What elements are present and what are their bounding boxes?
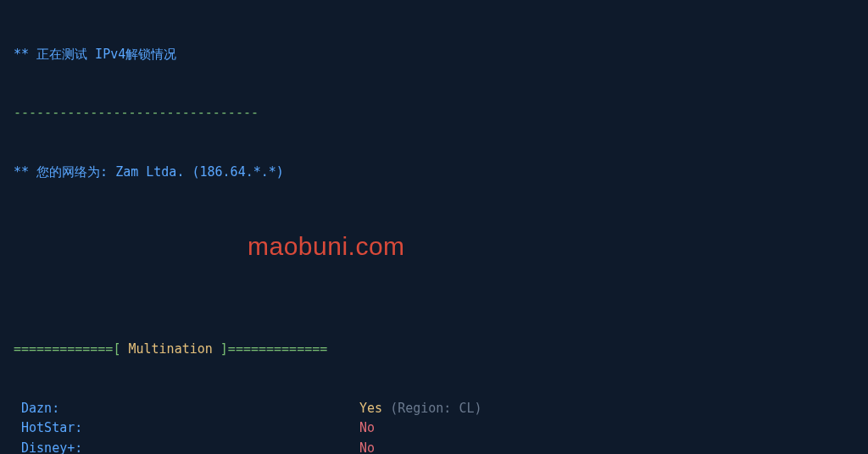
testing-header: ** 正在测试 IPv4解锁情况 — [14, 45, 854, 64]
result-row: HotStar:No — [14, 418, 854, 438]
result-value-segment: (Region: CL) — [390, 401, 481, 416]
network-line: ** 您的网络为: Zam Ltda. (186.64.*.*) — [14, 163, 854, 182]
section-divider-prefix: =============[ — [14, 341, 128, 357]
terminal-output: ** 正在测试 IPv4解锁情况 -----------------------… — [0, 0, 868, 454]
network-value: Zam Ltda. (186.64.*.*) — [115, 164, 284, 180]
result-rows: Dazn:Yes (Region: CL) HotStar:No Disney+… — [14, 399, 854, 454]
result-value-segment: No — [359, 420, 375, 435]
result-value: Yes (Region: CL) — [359, 399, 482, 418]
result-row: Disney+:No — [14, 439, 854, 455]
result-label: Disney+: — [14, 439, 359, 455]
result-value-segment: Yes — [359, 401, 390, 416]
result-value: No — [359, 439, 375, 455]
section-title: Multination — [128, 341, 212, 357]
result-row: Dazn:Yes (Region: CL) — [14, 399, 854, 418]
result-label: HotStar: — [14, 418, 359, 438]
result-value: No — [359, 418, 375, 438]
blank-line — [14, 281, 854, 301]
network-prefix: ** 您的网络为: — [14, 164, 115, 180]
section-divider: =============[ Multination ]============… — [14, 340, 854, 359]
result-value-segment: No — [359, 440, 375, 455]
divider-top: -------------------------------- — [14, 103, 854, 123]
section-divider-suffix: ]============= — [213, 341, 327, 357]
result-label: Dazn: — [14, 399, 359, 418]
blank-line — [14, 222, 854, 241]
